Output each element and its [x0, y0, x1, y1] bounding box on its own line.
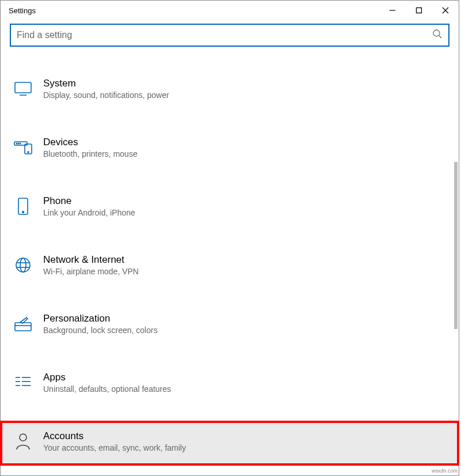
- svg-point-9: [16, 143, 17, 143]
- attribution-text: wsxdn.com: [432, 468, 458, 474]
- category-text: Phone Link your Android, iPhone: [43, 195, 135, 217]
- category-title: Apps: [43, 372, 171, 383]
- svg-rect-1: [417, 8, 422, 13]
- close-button[interactable]: [432, 1, 459, 20]
- category-desc: Your accounts, email, sync, work, family: [43, 443, 186, 452]
- svg-point-15: [22, 211, 24, 213]
- maximize-button[interactable]: [406, 1, 432, 20]
- category-desc: Uninstall, defaults, optional features: [43, 384, 171, 394]
- svg-rect-20: [15, 323, 31, 331]
- category-title: Phone: [43, 195, 135, 207]
- person-icon: [13, 432, 33, 451]
- category-desc: Background, lock screen, colors: [43, 326, 157, 335]
- window-controls: [379, 1, 459, 20]
- svg-point-11: [20, 143, 20, 143]
- system-icon: [13, 79, 33, 99]
- devices-icon: [13, 138, 33, 157]
- svg-line-5: [439, 36, 441, 38]
- svg-point-10: [18, 143, 18, 143]
- settings-window: Settings System: [0, 0, 459, 476]
- search-box[interactable]: [10, 24, 449, 47]
- vertical-scrollbar[interactable]: [454, 162, 458, 329]
- svg-rect-6: [15, 82, 31, 93]
- search-container: [1, 20, 459, 47]
- svg-point-17: [20, 258, 26, 272]
- category-desc: Link your Android, iPhone: [43, 208, 135, 217]
- search-icon: [432, 29, 443, 41]
- category-text: Devices Bluetooth, printers, mouse: [43, 137, 137, 158]
- category-text: Network & Internet Wi-Fi, airplane mode,…: [43, 254, 139, 276]
- paintbrush-icon: [13, 314, 33, 334]
- svg-point-28: [20, 434, 27, 441]
- category-apps[interactable]: Apps Uninstall, defaults, optional featu…: [1, 362, 459, 403]
- globe-icon: [13, 255, 33, 275]
- svg-point-16: [16, 258, 30, 272]
- category-phone[interactable]: Phone Link your Android, iPhone: [1, 186, 459, 226]
- category-title: Personalization: [43, 313, 157, 324]
- category-desc: Wi-Fi, airplane mode, VPN: [43, 267, 139, 276]
- category-text: Personalization Background, lock screen,…: [43, 313, 157, 335]
- search-input[interactable]: [17, 30, 432, 40]
- category-title: System: [43, 78, 169, 89]
- category-desc: Display, sound, notifications, power: [43, 90, 169, 100]
- category-network[interactable]: Network & Internet Wi-Fi, airplane mode,…: [1, 245, 459, 285]
- titlebar: Settings: [1, 1, 459, 20]
- category-devices[interactable]: Devices Bluetooth, printers, mouse: [1, 127, 459, 168]
- apps-icon: [13, 373, 33, 392]
- window-title: Settings: [1, 6, 379, 15]
- category-text: Apps Uninstall, defaults, optional featu…: [43, 372, 171, 394]
- category-title: Network & Internet: [43, 254, 139, 266]
- category-title: Devices: [43, 137, 137, 148]
- svg-point-13: [28, 152, 29, 153]
- category-text: System Display, sound, notifications, po…: [43, 78, 169, 100]
- category-title: Accounts: [43, 430, 186, 442]
- category-text: Accounts Your accounts, email, sync, wor…: [43, 430, 186, 452]
- category-system[interactable]: System Display, sound, notifications, po…: [1, 69, 459, 109]
- minimize-button[interactable]: [379, 1, 406, 20]
- svg-point-4: [433, 30, 440, 36]
- category-accounts[interactable]: Accounts Your accounts, email, sync, wor…: [1, 421, 459, 465]
- phone-icon: [13, 197, 33, 216]
- category-personalization[interactable]: Personalization Background, lock screen,…: [1, 304, 459, 344]
- category-desc: Bluetooth, printers, mouse: [43, 149, 137, 158]
- category-list: System Display, sound, notifications, po…: [1, 69, 459, 476]
